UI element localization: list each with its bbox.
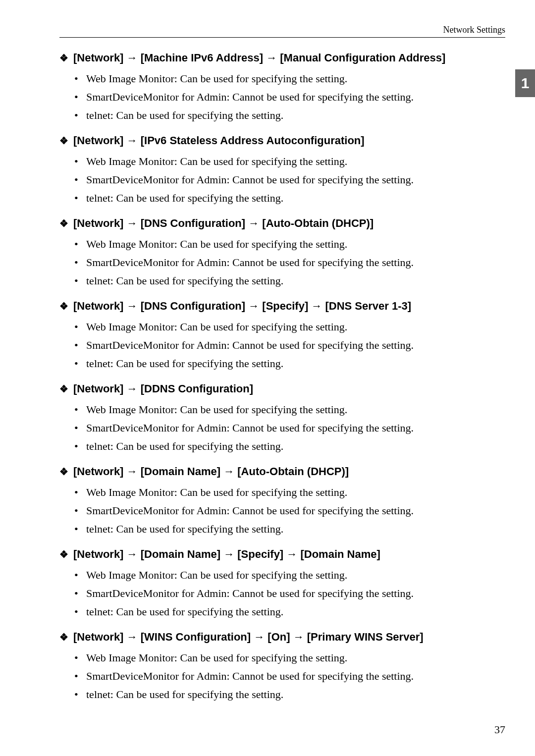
title-part: [WINS Configuration] [141, 631, 251, 643]
list-item: telnet: Can be used for specifying the s… [86, 438, 505, 454]
list-item: SmartDeviceMonitor for Admin: Cannot be … [86, 502, 505, 519]
bullet-list: Web Image Monitor: Can be used for speci… [59, 484, 505, 537]
title-part: [IPv6 Stateless Address Autoconfiguratio… [141, 134, 365, 147]
title-part: [Network] [73, 217, 123, 229]
section-title-text: [Network] → [DDNS Configuration] [73, 382, 253, 395]
arrow-icon: → [123, 465, 140, 478]
arrow-icon: → [123, 52, 140, 64]
arrow-icon: → [290, 631, 307, 643]
section-title-text: [Network] → [WINS Configuration] → [On] … [73, 631, 424, 644]
bullet-list: Web Image Monitor: Can be used for speci… [59, 567, 505, 620]
diamond-icon: ❖ [59, 383, 68, 395]
title-part: [Manual Configuration Address] [280, 52, 445, 64]
list-item: Web Image Monitor: Can be used for speci… [86, 153, 505, 169]
title-part: [Network] [73, 300, 123, 312]
arrow-icon: → [245, 300, 262, 312]
title-part: [Auto-Obtain (DHCP)] [262, 217, 374, 229]
page-number: 37 [494, 723, 505, 736]
section-title-text: [Network] → [Machine IPv6 Address] → [Ma… [73, 52, 445, 64]
diamond-icon: ❖ [59, 466, 68, 478]
list-item: SmartDeviceMonitor for Admin: Cannot be … [86, 337, 505, 353]
header: Network Settings [59, 25, 505, 38]
title-part: [Network] [73, 631, 123, 643]
section-title-text: [Network] → [IPv6 Stateless Address Auto… [73, 134, 365, 147]
section: ❖[Network] → [Machine IPv6 Address] → [M… [59, 52, 505, 123]
section-title: ❖[Network] → [Domain Name] → [Auto-Obtai… [59, 465, 505, 478]
diamond-icon: ❖ [59, 135, 68, 147]
list-item: Web Image Monitor: Can be used for speci… [86, 319, 505, 335]
title-part: [Domain Name] [141, 465, 220, 478]
list-item: Web Image Monitor: Can be used for speci… [86, 567, 505, 583]
list-item: telnet: Can be used for specifying the s… [86, 355, 505, 372]
arrow-icon: → [308, 300, 325, 312]
diamond-icon: ❖ [59, 631, 68, 643]
arrow-icon: → [283, 548, 300, 560]
arrow-icon: → [123, 134, 140, 147]
section-title: ❖[Network] → [Machine IPv6 Address] → [M… [59, 52, 505, 64]
list-item: telnet: Can be used for specifying the s… [86, 190, 505, 206]
diamond-icon: ❖ [59, 548, 68, 560]
title-part: [Network] [73, 465, 123, 478]
section: ❖[Network] → [DNS Configuration] → [Auto… [59, 217, 505, 289]
arrow-icon: → [263, 52, 280, 64]
arrow-icon: → [251, 631, 268, 643]
title-part: [DNS Configuration] [141, 300, 245, 312]
title-part: [Network] [73, 134, 123, 147]
list-item: telnet: Can be used for specifying the s… [86, 603, 505, 620]
list-item: SmartDeviceMonitor for Admin: Cannot be … [86, 420, 505, 436]
bullet-list: Web Image Monitor: Can be used for speci… [59, 649, 505, 702]
content-area: ❖[Network] → [Machine IPv6 Address] → [M… [59, 52, 505, 702]
title-part: [Machine IPv6 Address] [141, 52, 263, 64]
list-item: telnet: Can be used for specifying the s… [86, 272, 505, 289]
title-part: [Network] [73, 548, 123, 560]
title-part: [Primary WINS Server] [307, 631, 424, 643]
arrow-icon: → [245, 217, 262, 229]
title-part: [Network] [73, 52, 123, 64]
list-item: Web Image Monitor: Can be used for speci… [86, 236, 505, 252]
bullet-list: Web Image Monitor: Can be used for speci… [59, 70, 505, 123]
chapter-number: 1 [521, 75, 530, 92]
list-item: telnet: Can be used for specifying the s… [86, 107, 505, 123]
section-title: ❖[Network] → [DNS Configuration] → [Spec… [59, 300, 505, 313]
list-item: Web Image Monitor: Can be used for speci… [86, 401, 505, 418]
list-item: SmartDeviceMonitor for Admin: Cannot be … [86, 254, 505, 270]
list-item: Web Image Monitor: Can be used for speci… [86, 70, 505, 87]
title-part: [Specify] [262, 300, 308, 312]
list-item: SmartDeviceMonitor for Admin: Cannot be … [86, 89, 505, 105]
list-item: SmartDeviceMonitor for Admin: Cannot be … [86, 585, 505, 601]
section-title: ❖[Network] → [Domain Name] → [Specify] →… [59, 548, 505, 561]
arrow-icon: → [220, 548, 237, 560]
section: ❖[Network] → [IPv6 Stateless Address Aut… [59, 134, 505, 206]
chapter-tab: 1 [515, 69, 535, 97]
breadcrumb: Network Settings [443, 25, 506, 35]
section: ❖[Network] → [DDNS Configuration]Web Ima… [59, 382, 505, 454]
section: ❖[Network] → [Domain Name] → [Specify] →… [59, 548, 505, 620]
section-title: ❖[Network] → [DDNS Configuration] [59, 382, 505, 395]
section-title: ❖[Network] → [DNS Configuration] → [Auto… [59, 217, 505, 230]
section: ❖[Network] → [Domain Name] → [Auto-Obtai… [59, 465, 505, 537]
list-item: SmartDeviceMonitor for Admin: Cannot be … [86, 171, 505, 188]
bullet-list: Web Image Monitor: Can be used for speci… [59, 236, 505, 289]
section-title-text: [Network] → [Domain Name] → [Auto-Obtain… [73, 465, 349, 478]
title-part: [DNS Configuration] [141, 217, 245, 229]
section-title: ❖[Network] → [WINS Configuration] → [On]… [59, 631, 505, 644]
list-item: telnet: Can be used for specifying the s… [86, 521, 505, 537]
arrow-icon: → [220, 465, 237, 478]
arrow-icon: → [123, 631, 140, 643]
diamond-icon: ❖ [59, 217, 68, 229]
arrow-icon: → [123, 300, 140, 312]
list-item: SmartDeviceMonitor for Admin: Cannot be … [86, 668, 505, 684]
title-part: [DDNS Configuration] [141, 382, 253, 395]
bullet-list: Web Image Monitor: Can be used for speci… [59, 401, 505, 454]
section: ❖[Network] → [DNS Configuration] → [Spec… [59, 300, 505, 372]
arrow-icon: → [123, 382, 140, 395]
title-part: [Network] [73, 382, 123, 395]
title-part: [On] [268, 631, 290, 643]
arrow-icon: → [123, 217, 140, 229]
diamond-icon: ❖ [59, 300, 68, 312]
bullet-list: Web Image Monitor: Can be used for speci… [59, 319, 505, 372]
arrow-icon: → [123, 548, 140, 560]
title-part: [Specify] [237, 548, 283, 560]
title-part: [Auto-Obtain (DHCP)] [237, 465, 349, 478]
section-title-text: [Network] → [Domain Name] → [Specify] → … [73, 548, 380, 561]
